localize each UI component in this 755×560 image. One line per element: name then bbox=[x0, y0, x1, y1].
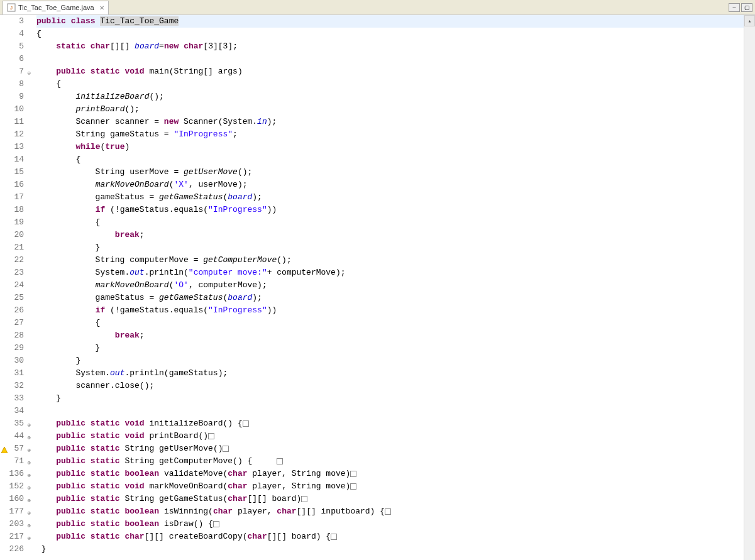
fold-closed-icon[interactable]: ⊕ bbox=[28, 432, 31, 444]
line-number[interactable]: 25 bbox=[0, 292, 24, 304]
line-number[interactable]: 177⊕ bbox=[0, 505, 24, 518]
code-editor[interactable]: public class Tic_Tac_Toe_Game{ static ch… bbox=[28, 15, 744, 560]
fold-closed-icon[interactable]: ⊕ bbox=[28, 469, 31, 482]
line-number[interactable]: 160⊕ bbox=[0, 493, 24, 505]
fold-collapsed-icon[interactable] bbox=[208, 433, 214, 439]
code-line[interactable]: } bbox=[36, 392, 744, 405]
code-line[interactable]: public static char[][] createBoardCopy(c… bbox=[36, 530, 744, 543]
code-line[interactable]: public static void initializeBoard() { bbox=[36, 417, 744, 430]
line-number[interactable]: 31 bbox=[0, 367, 24, 380]
code-line[interactable]: markMoveOnBoard('X', userMove); bbox=[36, 178, 744, 191]
line-number[interactable]: 4 bbox=[0, 28, 24, 40]
code-line[interactable]: break; bbox=[36, 229, 744, 241]
code-line[interactable]: if (!gameStatus.equals("InProgress")) bbox=[36, 204, 744, 216]
code-line[interactable]: { bbox=[36, 317, 744, 329]
code-line[interactable]: { bbox=[36, 153, 744, 166]
line-number[interactable]: 152⊕ bbox=[0, 480, 24, 493]
code-line[interactable]: } bbox=[36, 354, 744, 367]
code-line[interactable]: { bbox=[36, 28, 744, 40]
line-number[interactable]: 29 bbox=[0, 342, 24, 354]
fold-closed-icon[interactable]: ⊕ bbox=[28, 457, 31, 469]
code-line[interactable]: gameStatus = getGameStatus(board); bbox=[36, 292, 744, 304]
minimize-button[interactable]: – bbox=[729, 3, 740, 12]
line-number[interactable]: 5 bbox=[0, 40, 24, 53]
line-number[interactable]: 22 bbox=[0, 254, 24, 266]
line-number[interactable]: 24 bbox=[0, 279, 24, 292]
code-line[interactable]: Scanner scanner = new Scanner(System.in)… bbox=[36, 116, 744, 128]
code-line[interactable]: static char[][] board=new char[3][3]; bbox=[36, 40, 744, 53]
line-number[interactable]: 57⊕ bbox=[0, 442, 24, 455]
fold-collapsed-icon[interactable] bbox=[350, 483, 356, 490]
code-line[interactable]: initializeBoard(); bbox=[36, 91, 744, 103]
line-number[interactable]: 35⊕ bbox=[0, 417, 24, 430]
code-line[interactable]: String userMove = getUserMove(); bbox=[36, 166, 744, 178]
code-line[interactable]: printBoard(); bbox=[36, 103, 744, 116]
code-line[interactable]: public static void markMoveOnBoard(char … bbox=[36, 480, 744, 493]
fold-closed-icon[interactable]: ⊕ bbox=[28, 444, 31, 457]
code-line[interactable]: String computerMove = getComputerMove(); bbox=[36, 254, 744, 266]
code-line[interactable]: public static void main(String[] args) bbox=[36, 65, 744, 78]
code-line[interactable]: System.out.println(gameStatus); bbox=[36, 367, 744, 380]
fold-collapsed-icon[interactable] bbox=[223, 446, 229, 452]
line-number[interactable]: 28 bbox=[0, 329, 24, 342]
line-number[interactable]: 34 bbox=[0, 405, 24, 417]
code-line[interactable]: { bbox=[36, 216, 744, 229]
fold-collapsed-icon[interactable] bbox=[277, 458, 283, 464]
code-line[interactable]: public static String getUserMove() bbox=[36, 442, 744, 455]
fold-closed-icon[interactable]: ⊕ bbox=[28, 419, 31, 432]
code-line[interactable]: System.out.println("computer move:"+ com… bbox=[36, 266, 744, 279]
line-number[interactable]: 23 bbox=[0, 266, 24, 279]
line-number[interactable]: 27 bbox=[0, 317, 24, 329]
line-number[interactable]: 226 bbox=[0, 543, 24, 556]
fold-closed-icon[interactable]: ⊕ bbox=[28, 495, 31, 507]
fold-open-icon[interactable]: ⊖ bbox=[28, 67, 31, 80]
line-number[interactable]: 13 bbox=[0, 141, 24, 153]
code-line[interactable]: { bbox=[36, 78, 744, 91]
line-number[interactable]: 71⊕ bbox=[0, 455, 24, 468]
line-number[interactable]: 16 bbox=[0, 178, 24, 191]
line-number[interactable]: 203⊕ bbox=[0, 518, 24, 530]
fold-collapsed-icon[interactable] bbox=[385, 508, 391, 515]
vertical-scrollbar[interactable]: ▴ bbox=[744, 15, 755, 560]
line-number[interactable]: 33 bbox=[0, 392, 24, 405]
scroll-up-arrow[interactable]: ▴ bbox=[744, 15, 755, 26]
code-line[interactable]: if (!gameStatus.equals("InProgress")) bbox=[36, 304, 744, 317]
line-number[interactable]: 7⊖ bbox=[0, 65, 24, 78]
line-number[interactable]: 20 bbox=[0, 229, 24, 241]
line-number[interactable]: 17 bbox=[0, 191, 24, 204]
code-line[interactable]: public static void printBoard() bbox=[36, 430, 744, 442]
code-line[interactable]: while(true) bbox=[36, 141, 744, 153]
warning-icon[interactable] bbox=[1, 445, 8, 451]
line-number[interactable]: 12 bbox=[0, 128, 24, 141]
line-number[interactable]: 26 bbox=[0, 304, 24, 317]
line-number[interactable]: 217⊕ bbox=[0, 530, 24, 543]
line-number[interactable]: 6 bbox=[0, 53, 24, 65]
line-number[interactable]: 136⊕ bbox=[0, 468, 24, 480]
line-number[interactable]: 32 bbox=[0, 380, 24, 392]
code-line[interactable]: markMoveOnBoard('O', computerMove); bbox=[36, 279, 744, 292]
line-number[interactable]: 18 bbox=[0, 204, 24, 216]
code-line[interactable]: scanner.close(); bbox=[36, 380, 744, 392]
code-line[interactable]: public static String getGameStatus(char[… bbox=[36, 493, 744, 505]
code-line[interactable] bbox=[36, 53, 744, 65]
line-number[interactable]: 10 bbox=[0, 103, 24, 116]
line-number[interactable]: 19 bbox=[0, 216, 24, 229]
code-line[interactable]: } bbox=[36, 342, 744, 354]
code-line[interactable]: public static String getComputerMove() { bbox=[36, 455, 744, 468]
fold-collapsed-icon[interactable] bbox=[301, 496, 307, 502]
code-line[interactable]: } bbox=[36, 543, 744, 556]
line-number-gutter[interactable]: 34567⊖8910111213141516171819202122232425… bbox=[0, 15, 28, 560]
line-number[interactable]: 11 bbox=[0, 116, 24, 128]
fold-collapsed-icon[interactable] bbox=[331, 534, 337, 540]
tab-close-icon[interactable]: ✕ bbox=[99, 4, 104, 11]
code-line[interactable]: public static boolean isWinning(char pla… bbox=[36, 505, 744, 518]
line-number[interactable]: 9 bbox=[0, 91, 24, 103]
code-line[interactable] bbox=[36, 405, 744, 417]
code-line[interactable]: String gameStatus = "InProgress"; bbox=[36, 128, 744, 141]
line-number[interactable]: 3 bbox=[0, 15, 24, 28]
line-number[interactable]: 21 bbox=[0, 241, 24, 254]
fold-collapsed-icon[interactable] bbox=[350, 471, 356, 477]
fold-collapsed-icon[interactable] bbox=[213, 521, 219, 527]
editor-tab[interactable]: J Tic_Tac_Toe_Game.java ✕ bbox=[3, 1, 109, 14]
code-line[interactable]: public static boolean isDraw() { bbox=[36, 518, 744, 530]
